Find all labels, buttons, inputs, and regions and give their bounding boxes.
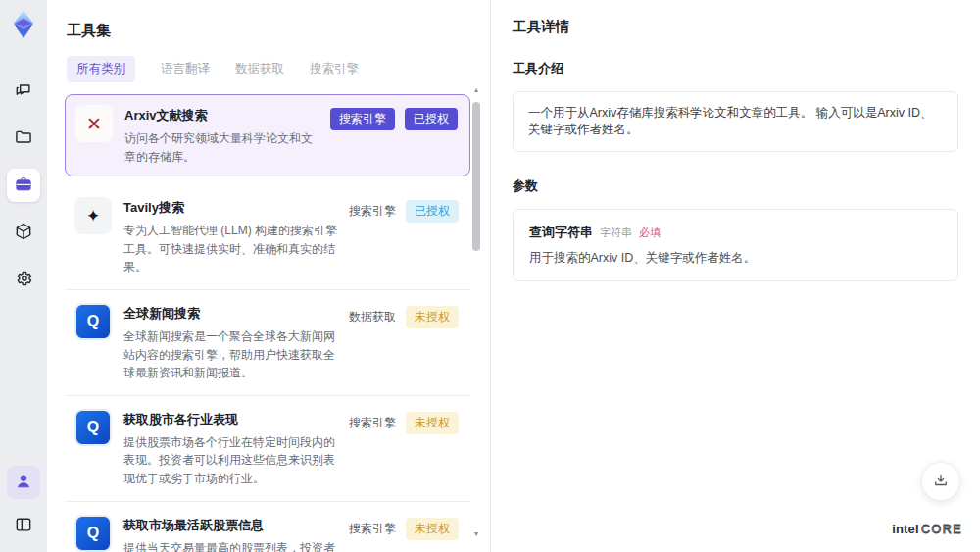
gear-icon (14, 269, 33, 291)
intel-wordmark: intel (892, 522, 919, 536)
parameter-type: 字符串 (600, 226, 632, 240)
download-icon (932, 472, 950, 492)
tool-description: 专为人工智能代理 (LLM) 构建的搜索引擎工具。可快速提供实时、准确和真实的结… (123, 222, 339, 276)
tool-description: 提供当天交易量最高的股票列表，投资者可以利用这些信息来识别流动性强的股票和潜在的… (123, 539, 339, 552)
tool-auth-badge: 未授权 (406, 412, 459, 434)
chat-icon (14, 80, 33, 103)
tab-1[interactable]: 语言翻译 (161, 56, 210, 82)
parameter-description: 用于搜索的Arxiv ID、关键字或作者姓名。 (529, 250, 942, 267)
tool-list-item[interactable]: Q 获取市场最活跃股票信息 提供当天交易量最高的股票列表，投资者可以利用这些信息… (65, 502, 470, 552)
cube-icon (14, 222, 33, 244)
parameter-header: 查询字符串 字符串 必填 (529, 224, 942, 241)
sidebar-item-tools[interactable] (7, 169, 40, 202)
tools-list-panel: 工具集 所有类别语言翻译数据获取搜索引擎 ✕ Arxiv文献搜索 访问各个研究领… (47, 0, 490, 552)
tool-category-tag: 搜索引擎 (349, 415, 396, 431)
download-button[interactable] (921, 462, 960, 501)
arxiv-tool-icon: ✕ (75, 105, 113, 142)
detail-title: 工具详情 (513, 18, 958, 36)
sidebar-item-user[interactable] (7, 466, 40, 499)
newsapp-tool-icon: Q (74, 515, 112, 552)
briefcase-icon (14, 175, 33, 197)
params-section-title: 参数 (513, 177, 958, 195)
scrollbar-thumb[interactable] (472, 102, 480, 251)
tool-name: 获取股市各行业表现 (123, 411, 339, 428)
tool-list-item[interactable]: ✕ Arxiv文献搜索 访问各个研究领域大量科学论文和文章的存储库。 搜索引擎 … (65, 94, 470, 176)
app-window: 工具集 所有类别语言翻译数据获取搜索引擎 ✕ Arxiv文献搜索 访问各个研究领… (0, 0, 980, 552)
sidebar-panel-icon (14, 515, 33, 537)
intro-section-title: 工具介绍 (513, 60, 958, 77)
user-icon (14, 472, 33, 494)
scroll-down-arrow-icon[interactable]: ▾ (474, 530, 478, 538)
tool-intro-text: 一个用于从Arxiv存储库搜索科学论文和文章的工具。 输入可以是Arxiv ID… (528, 105, 943, 138)
newsapp-tool-icon: Q (74, 303, 112, 340)
tool-category-tag: 搜索引擎 (330, 108, 395, 130)
tab-3[interactable]: 搜索引擎 (310, 56, 359, 82)
parameter-card: 查询字符串 字符串 必填 用于搜索的Arxiv ID、关键字或作者姓名。 (513, 209, 958, 281)
intel-core-logo: intelcore (892, 522, 962, 536)
tool-name: 获取市场最活跃股票信息 (123, 517, 339, 534)
tool-category-tag: 搜索引擎 (349, 521, 396, 537)
tool-detail-panel: 工具详情 工具介绍 一个用于从Arxiv存储库搜索科学论文和文章的工具。 输入可… (491, 0, 980, 552)
tab-0[interactable]: 所有类别 (67, 56, 135, 82)
page-title: 工具集 (67, 22, 466, 40)
sidebar-item-chat[interactable] (7, 75, 40, 108)
tool-name: 全球新闻搜索 (123, 305, 339, 323)
tool-list: ✕ Arxiv文献搜索 访问各个研究领域大量科学论文和文章的存储库。 搜索引擎 … (65, 94, 470, 552)
app-logo (7, 8, 40, 41)
newsapp-tool-icon: Q (74, 409, 112, 446)
parameter-required-badge: 必填 (639, 226, 661, 240)
sidebar-item-files[interactable] (7, 122, 40, 155)
tool-auth-badge: 未授权 (406, 306, 459, 328)
sidebar-bottom (7, 466, 40, 542)
tool-description: 访问各个研究领域大量科学论文和文章的存储库。 (124, 129, 320, 166)
tool-list-item[interactable]: Q 获取股市各行业表现 提供股票市场各个行业在特定时间段内的表现。投资者可以利用… (65, 396, 470, 502)
tool-description: 全球新闻搜索是一个聚合全球各大新闻网站内容的搜索引擎，帮助用户快速获取全球最新资… (123, 327, 339, 382)
tool-description: 提供股票市场各个行业在特定时间段内的表现。投资者可以利用这些信息来识别表现优于或… (123, 433, 339, 488)
tool-auth-badge: 已授权 (406, 200, 459, 223)
tool-category-tag: 搜索引擎 (349, 203, 396, 220)
sidebar-item-models[interactable] (7, 216, 40, 249)
tool-category-tag: 数据获取 (349, 309, 396, 326)
scrollbar-track[interactable] (472, 94, 480, 530)
core-wordmark: core (921, 523, 962, 536)
sparkle-tool-icon: ✦ (74, 197, 112, 234)
tool-intro-box: 一个用于从Arxiv存储库搜索科学论文和文章的工具。 输入可以是Arxiv ID… (513, 91, 958, 152)
list-scrollbar[interactable]: ▴ ▾ (471, 86, 481, 538)
parameter-name: 查询字符串 (529, 224, 593, 241)
category-tabs: 所有类别语言翻译数据获取搜索引擎 (67, 56, 466, 82)
sidebar-nav (7, 75, 40, 296)
folder-icon (14, 127, 33, 150)
tab-2[interactable]: 数据获取 (235, 56, 284, 82)
sidebar (0, 0, 47, 552)
scroll-up-arrow-icon[interactable]: ▴ (474, 86, 478, 94)
tool-auth-badge: 未授权 (406, 518, 459, 540)
sidebar-item-settings[interactable] (7, 263, 40, 296)
tool-list-item[interactable]: Q 全球新闻搜索 全球新闻搜索是一个聚合全球各大新闻网站内容的搜索引擎，帮助用户… (65, 290, 470, 396)
tool-auth-badge: 已授权 (405, 108, 458, 130)
sidebar-item-collapse[interactable] (7, 509, 40, 542)
tool-list-item[interactable]: ✦ Tavily搜索 专为人工智能代理 (LLM) 构建的搜索引擎工具。可快速提… (65, 184, 470, 290)
tool-name: Arxiv文献搜索 (124, 107, 320, 125)
tool-name: Tavily搜索 (123, 199, 339, 217)
